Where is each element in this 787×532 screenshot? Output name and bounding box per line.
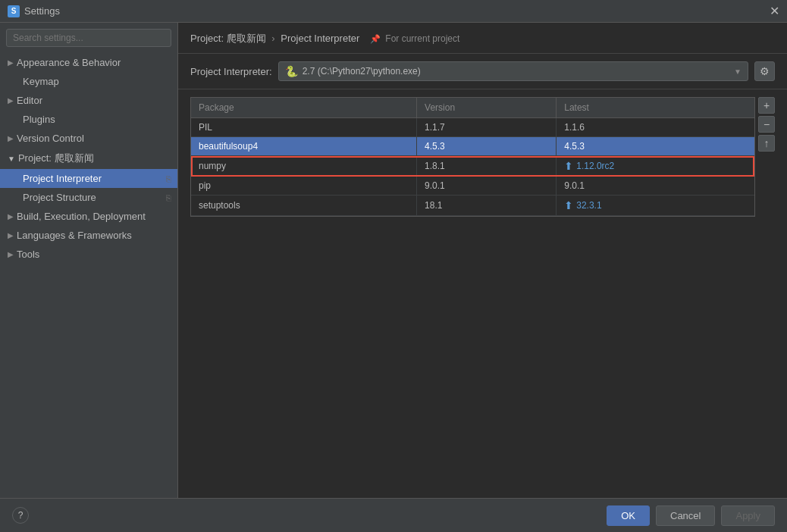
chevron-down-icon: ▼ — [734, 67, 742, 76]
sidebar-item-project[interactable]: ▼ Project: 爬取新闻 — [0, 148, 177, 169]
cancel-button[interactable]: Cancel — [656, 505, 715, 526]
breadcrumb-project: Project: 爬取新闻 — [190, 33, 266, 44]
package-latest: ⬆1.12.0rc2 — [557, 156, 754, 177]
arrow-icon: ▶ — [8, 250, 14, 258]
sidebar-item-editor[interactable]: ▶ Editor — [0, 91, 177, 110]
upgrade-package-button[interactable]: ↑ — [758, 135, 775, 152]
pin-icon: 📌 — [370, 34, 381, 43]
interpreter-value: 2.7 (C:\Python27\python.exe) — [303, 66, 421, 77]
interpreter-settings-button[interactable]: ⚙ — [754, 61, 775, 81]
sidebar-item-label: Keymap — [23, 76, 59, 87]
sidebar-item-project-interpreter[interactable]: Project Interpreter ⎘ — [0, 169, 177, 188]
arrow-up-icon: ⬆ — [564, 199, 573, 211]
bottom-right: OK Cancel Apply — [607, 505, 775, 526]
sidebar-item-tools[interactable]: ▶ Tools — [0, 245, 177, 264]
sidebar-item-label: Tools — [17, 249, 39, 260]
package-version: 18.1 — [417, 196, 557, 216]
col-latest: Latest — [557, 98, 754, 118]
table-row[interactable]: PIL1.1.71.1.6 — [191, 118, 754, 137]
package-name: setuptools — [191, 196, 417, 216]
interpreter-row: Project Interpreter: 🐍 2.7 (C:\Python27\… — [178, 54, 787, 89]
col-package: Package — [191, 98, 417, 118]
apply-button[interactable]: Apply — [721, 505, 775, 526]
bottom-left: ? — [12, 507, 29, 524]
remove-package-button[interactable]: − — [758, 116, 775, 133]
ok-button[interactable]: OK — [607, 505, 650, 526]
sidebar-item-appearance[interactable]: ▶ Appearance & Behavior — [0, 53, 177, 72]
sidebar-item-label: Build, Execution, Deployment — [17, 211, 146, 222]
sidebar-item-build-execution[interactable]: ▶ Build, Execution, Deployment — [0, 207, 177, 226]
arrow-icon: ▶ — [8, 134, 14, 142]
arrow-icon: ▶ — [8, 58, 14, 67]
package-name: pip — [191, 177, 417, 196]
sidebar-item-label: Project: 爬取新闻 — [18, 152, 94, 165]
package-name: numpy — [191, 156, 417, 177]
help-icon: ? — [18, 510, 24, 521]
package-version: 4.5.3 — [417, 137, 557, 156]
search-input[interactable] — [6, 29, 171, 47]
arrow-up-icon: ⬆ — [564, 160, 573, 172]
close-button[interactable]: ✕ — [770, 5, 779, 17]
arrow-icon: ▼ — [8, 155, 15, 163]
package-table: Package Version Latest PIL1.1.71.1.6beau… — [191, 98, 754, 216]
breadcrumb: Project: 爬取新闻 › Project Interpreter 📌 Fo… — [178, 23, 787, 54]
sidebar-item-keymap[interactable]: Keymap — [0, 72, 177, 91]
update-badge: ⬆1.12.0rc2 — [564, 160, 747, 172]
package-version: 9.0.1 — [417, 177, 557, 196]
table-wrapper: Package Version Latest PIL1.1.71.1.6beau… — [190, 97, 775, 217]
interpreter-select[interactable]: 🐍 2.7 (C:\Python27\python.exe) ▼ — [278, 61, 748, 81]
python-icon: 🐍 — [285, 65, 298, 77]
sidebar-item-label: Plugins — [23, 114, 55, 125]
copy-icon: ⎘ — [166, 174, 171, 183]
sidebar-item-label: Version Control — [17, 133, 84, 144]
arrow-icon: ▶ — [8, 231, 14, 239]
arrow-icon: ▶ — [8, 212, 14, 221]
sidebar-item-label: Languages & Frameworks — [17, 230, 132, 241]
sidebar-item-label: Project Interpreter — [23, 173, 102, 184]
app-icon: S — [8, 5, 20, 17]
content-area: Project: 爬取新闻 › Project Interpreter 📌 Fo… — [178, 23, 787, 498]
package-latest: 1.1.6 — [557, 118, 754, 137]
window-title: Settings — [24, 5, 60, 17]
breadcrumb-for-project: 📌 For current project — [370, 33, 459, 44]
sidebar-item-version-control[interactable]: ▶ Version Control — [0, 129, 177, 148]
table-row[interactable]: beautifulsoup44.5.34.5.3 — [191, 137, 754, 156]
breadcrumb-separator: › — [271, 33, 274, 44]
search-box — [0, 23, 177, 53]
package-latest: 9.0.1 — [557, 177, 754, 196]
add-package-button[interactable]: + — [758, 97, 775, 114]
main-container: ▶ Appearance & Behavior Keymap ▶ Editor … — [0, 23, 787, 498]
breadcrumb-page: Project Interpreter — [281, 33, 359, 44]
sidebar-item-languages-frameworks[interactable]: ▶ Languages & Frameworks — [0, 226, 177, 245]
package-version: 1.1.7 — [417, 118, 557, 137]
arrow-icon: ▶ — [8, 96, 14, 105]
package-name: beautifulsoup4 — [191, 137, 417, 156]
table-buttons: + − ↑ — [758, 97, 775, 152]
title-bar: S Settings ✕ — [0, 0, 787, 23]
table-row[interactable]: numpy1.8.1⬆1.12.0rc2 — [191, 156, 754, 177]
bottom-bar: ? OK Cancel Apply — [0, 498, 787, 532]
package-latest: ⬆32.3.1 — [557, 196, 754, 216]
table-row[interactable]: setuptools18.1⬆32.3.1 — [191, 196, 754, 216]
col-version: Version — [417, 98, 557, 118]
sidebar-item-label: Project Structure — [23, 192, 96, 203]
package-version: 1.8.1 — [417, 156, 557, 177]
copy-icon: ⎘ — [166, 193, 171, 202]
help-button[interactable]: ? — [12, 507, 29, 524]
table-row[interactable]: pip9.0.19.0.1 — [191, 177, 754, 196]
package-latest: 4.5.3 — [557, 137, 754, 156]
sidebar: ▶ Appearance & Behavior Keymap ▶ Editor … — [0, 23, 178, 498]
update-badge: ⬆32.3.1 — [564, 199, 747, 211]
sidebar-item-project-structure[interactable]: Project Structure ⎘ — [0, 188, 177, 207]
interpreter-label: Project Interpreter: — [190, 66, 272, 77]
package-name: PIL — [191, 118, 417, 137]
sidebar-item-plugins[interactable]: Plugins — [0, 110, 177, 129]
sidebar-item-label: Appearance & Behavior — [17, 57, 121, 68]
sidebar-item-label: Editor — [17, 95, 42, 106]
